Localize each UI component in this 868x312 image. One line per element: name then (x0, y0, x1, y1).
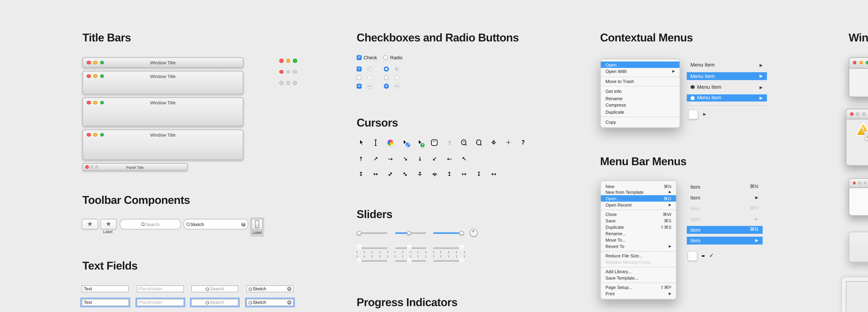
text-field[interactable]: Text (82, 285, 129, 292)
menu-item-get-info[interactable]: Get Info (601, 88, 680, 95)
clear-icon[interactable]: ✕ (287, 286, 291, 291)
list-item-item[interactable]: Item⌘N (686, 205, 762, 212)
minimize-button[interactable] (286, 81, 290, 85)
titlebar-specimen-2[interactable]: Window Title (82, 71, 243, 94)
toolbar-toggle-button-selected[interactable]: Label (250, 217, 265, 237)
radio-selected[interactable] (384, 67, 389, 72)
menu-item-copy[interactable]: Copy (601, 118, 680, 125)
search-field-focused[interactable]: Search (191, 299, 238, 306)
slider-plain-45[interactable] (395, 229, 426, 238)
checkbox-with-label[interactable]: ✓ Check (356, 55, 377, 60)
borderless-window[interactable] (848, 232, 868, 263)
menu-item-replace-missing-fonts[interactable]: Replace Missing Fonts... (601, 259, 676, 265)
slider-thumb[interactable] (407, 231, 411, 236)
list-item-menu-item[interactable]: Menu Item▶ (686, 61, 767, 69)
menu-item-print[interactable]: Print▶ (601, 290, 676, 297)
toolbar-star-button-labeled[interactable]: ★ (100, 219, 117, 230)
slider-thumb[interactable] (356, 257, 362, 264)
text-field-focused[interactable]: Text (82, 299, 129, 306)
search-field[interactable]: Search (191, 285, 238, 292)
menu-item-page-setup[interactable]: Page Setup...⇧⌘P (601, 284, 676, 290)
menu-item-duplicate[interactable]: Duplicate⇧⌘S (601, 224, 676, 230)
clear-icon[interactable]: ✕ (287, 300, 291, 305)
slider-above-100[interactable] (433, 257, 464, 265)
close-button[interactable] (279, 81, 283, 85)
list-item-item[interactable]: Item⌘N (686, 183, 762, 190)
titlebar-specimen-3[interactable]: Window Title (82, 97, 243, 127)
zoom-button[interactable] (293, 70, 297, 74)
radio-mixed[interactable] (384, 84, 389, 89)
slider-thumb[interactable] (356, 231, 361, 236)
close-button[interactable] (279, 70, 283, 74)
radio-unselected-disabled[interactable] (394, 75, 399, 80)
slider-below-100[interactable] (433, 244, 464, 252)
slider-below-0[interactable] (356, 244, 387, 252)
window-titlebar[interactable]: Window Title (846, 109, 868, 119)
slider-thumb[interactable] (459, 245, 464, 251)
checkbox-unchecked[interactable] (356, 75, 362, 80)
blank-swatch[interactable] (687, 251, 697, 261)
toolbar-search-field-filled[interactable]: Sketch ✕ (183, 219, 248, 230)
minimize-button[interactable] (286, 59, 290, 63)
radio-selected-disabled[interactable] (394, 67, 399, 72)
menu-item-new-from-template[interactable]: New from Template▶ (601, 189, 676, 196)
slider-plain-0[interactable] (356, 229, 387, 238)
menu-item-save[interactable]: Save⌘S (601, 217, 676, 224)
zoom-button[interactable] (293, 59, 297, 63)
checkbox-mixed-disabled[interactable] (367, 84, 372, 89)
blank-swatch[interactable] (688, 109, 698, 119)
checkbox-checked-disabled[interactable]: ✓ (367, 67, 372, 72)
menu-item-compress[interactable]: Compress (601, 102, 680, 108)
standard-window[interactable]: Window Title (848, 57, 868, 97)
checkbox-checked[interactable]: ✓ (356, 55, 362, 60)
menu-item-open-recent[interactable]: Open Recent▶ (601, 202, 676, 208)
titlebar-specimen-4[interactable]: Window Title (82, 130, 243, 160)
circular-slider[interactable] (470, 229, 477, 236)
menu-item-open-with[interactable]: Open With▶ (601, 68, 680, 75)
toolbar-star-button[interactable]: ★ (82, 219, 98, 230)
radio-unselected[interactable] (384, 75, 389, 80)
alert-window[interactable]: Window Title ! Error Message Title This … (846, 109, 868, 166)
slider-above-45[interactable] (395, 257, 426, 265)
zoom-button[interactable] (293, 81, 297, 85)
slider-thumb[interactable] (356, 245, 362, 251)
close-button[interactable] (279, 59, 283, 63)
clear-icon[interactable]: ✕ (241, 222, 246, 227)
menu-item-rename[interactable]: Rename... (601, 230, 676, 237)
menu-item-reduce-file-size[interactable]: Reduce File Size... (601, 252, 676, 259)
menu-item-save-template[interactable]: Save Template... (601, 275, 676, 281)
panel-titlebar-specimen[interactable]: Panel Title (82, 163, 187, 171)
titlebar-specimen-1[interactable]: Window Title (82, 57, 243, 68)
slider-thumb[interactable] (459, 231, 464, 236)
list-item-menu-item[interactable]: Menu Item▶ (686, 83, 767, 91)
menu-item-add-library[interactable]: Add Library... (601, 268, 676, 275)
checkbox-checked[interactable]: ✓ (356, 67, 362, 72)
slider-above-0[interactable] (356, 257, 387, 265)
list-item-item[interactable]: Item▶ (686, 215, 762, 223)
placeholder-field[interactable]: Placeholder (137, 285, 184, 292)
checkbox-mixed[interactable] (356, 84, 362, 89)
menu-item-move-to-trash[interactable]: Move to Trash (601, 78, 680, 85)
list-item-menu-item[interactable]: Menu Item▶ (686, 94, 767, 102)
slider-thumb[interactable] (407, 245, 412, 251)
toolbar-search-field[interactable]: Search (120, 219, 181, 230)
minimize-button[interactable] (286, 70, 290, 74)
slider-below-45[interactable] (395, 244, 426, 252)
menu-item-revert-to[interactable]: Revert To▶ (601, 243, 676, 249)
menu-item-open[interactable]: Open (601, 61, 680, 68)
checkbox-unchecked-disabled[interactable] (367, 75, 372, 80)
slider-thumb[interactable] (459, 257, 464, 264)
search-field-filled-focused[interactable]: Sketch ✕ (246, 299, 293, 306)
menu-item-open[interactable]: Open...⌘O (601, 196, 676, 202)
panel-window[interactable]: Panel Title (848, 178, 868, 216)
radio-mixed-disabled[interactable] (394, 84, 399, 89)
window-titlebar[interactable]: Panel Title (849, 179, 868, 188)
search-field-filled[interactable]: Sketch ✕ (246, 285, 293, 292)
slider-plain-100[interactable] (433, 229, 464, 238)
placeholder-field-focused[interactable]: Placeholder (137, 299, 184, 306)
radio-unselected[interactable] (383, 55, 389, 60)
list-item-item[interactable]: Item▶ (686, 237, 762, 244)
menu-item-close[interactable]: Close⌘W (601, 211, 676, 218)
menu-item-move-to[interactable]: Move To... (601, 237, 676, 243)
list-item-item[interactable]: Item▶ (686, 194, 762, 201)
